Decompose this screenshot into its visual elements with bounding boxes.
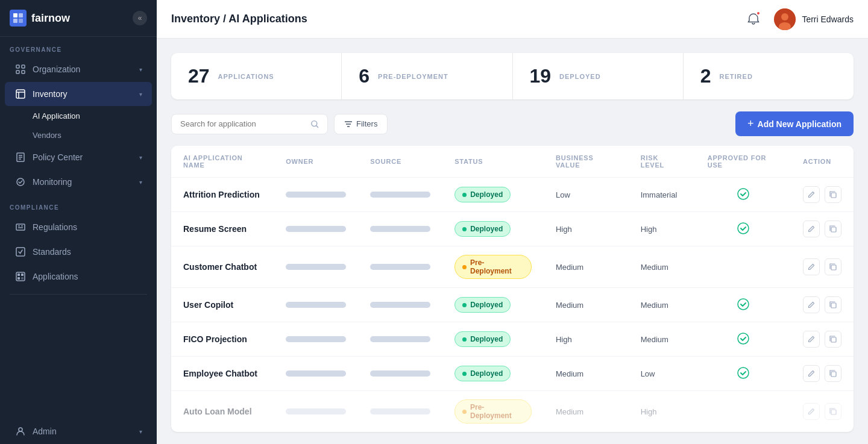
status-label: Pre-Deployment [470, 403, 524, 420]
cell-owner [274, 391, 358, 433]
copy-button[interactable] [825, 331, 841, 348]
edit-button[interactable] [803, 220, 820, 237]
edit-button[interactable] [803, 331, 820, 348]
sidebar-subitem-ai-application[interactable]: AI Application [5, 107, 152, 125]
edit-button[interactable] [803, 296, 820, 313]
sidebar-toggle[interactable]: « [133, 11, 147, 25]
sidebar-subitem-vendors[interactable]: Vendors [5, 126, 152, 145]
cell-app-name: Attrition Prediction [171, 178, 274, 212]
copy-button[interactable] [825, 220, 841, 237]
svg-rect-21 [16, 272, 25, 281]
svg-rect-3 [19, 19, 23, 23]
admin-label: Admin [33, 427, 139, 436]
svg-point-28 [781, 13, 788, 20]
sidebar-item-regulations[interactable]: Regulations [5, 215, 152, 239]
table-row[interactable]: Resume Screen Deployed High High [171, 212, 854, 246]
search-input[interactable] [180, 119, 306, 128]
svg-point-42 [738, 333, 749, 344]
cell-status: Deployed [442, 178, 544, 212]
vendors-label: Vendors [33, 131, 61, 140]
source-placeholder [370, 192, 430, 198]
status-label: Deployed [470, 369, 503, 378]
cell-source [358, 391, 442, 433]
owner-placeholder [286, 264, 346, 270]
main-content: Inventory / AI Applications Terri Edward… [157, 0, 868, 444]
col-header-name: AI APPLICATION NAME [171, 146, 274, 178]
col-header-approved: APPROVED FOR USE [696, 146, 791, 178]
sidebar-item-inventory[interactable]: Inventory ▾ [5, 82, 152, 106]
user-info[interactable]: Terri Edwards [774, 8, 854, 30]
cell-app-name: Resume Screen [171, 212, 274, 246]
notification-button[interactable] [743, 8, 764, 30]
cell-app-name: Employee Chatbot [171, 357, 274, 391]
sidebar-item-monitoring[interactable]: Monitoring ▾ [5, 170, 152, 194]
search-box[interactable] [171, 114, 328, 134]
cell-risk-level: Medium [629, 246, 696, 288]
cell-approved [696, 288, 791, 322]
svg-rect-20 [16, 248, 25, 256]
cell-action [791, 178, 854, 212]
status-badge: Deployed [454, 221, 511, 237]
inventory-chevron: ▾ [139, 91, 142, 98]
copy-button[interactable] [825, 403, 841, 420]
owner-placeholder [286, 226, 346, 232]
table-row[interactable]: FICO Projection Deployed High Medium [171, 322, 854, 357]
cell-risk-level: High [629, 212, 696, 246]
cell-source [358, 357, 442, 391]
sidebar-item-organization[interactable]: Organization ▾ [5, 57, 152, 81]
stat-number-applications: 27 [188, 65, 210, 87]
add-new-application-button[interactable]: + Add New Application [735, 111, 854, 136]
table-row[interactable]: Employee Chatbot Deployed Medium Low [171, 357, 854, 391]
svg-rect-0 [13, 13, 17, 17]
approved-check-icon [737, 222, 749, 234]
copy-button[interactable] [825, 186, 841, 203]
edit-button[interactable] [803, 365, 820, 382]
monitoring-icon [14, 176, 27, 188]
policy-center-chevron: ▾ [139, 154, 142, 161]
cell-status: Deployed [442, 288, 544, 322]
sidebar-item-admin[interactable]: Admin ▾ [5, 419, 152, 443]
copy-button[interactable] [825, 365, 841, 382]
search-icon [310, 119, 319, 129]
cell-source [358, 246, 442, 288]
sidebar-item-policy-center[interactable]: Policy Center ▾ [5, 145, 152, 169]
table-row[interactable]: User Copilot Deployed Medium Medium [171, 288, 854, 322]
action-icons [803, 220, 841, 237]
edit-button[interactable] [803, 258, 820, 275]
sidebar-item-standards[interactable]: Standards [5, 240, 152, 264]
edit-button[interactable] [803, 186, 820, 203]
owner-placeholder [286, 192, 346, 198]
content-area: 27 APPLICATIONS 6 PRE-DEPLOYMENT 19 DEPL… [157, 39, 868, 444]
svg-rect-38 [831, 227, 836, 232]
svg-rect-7 [22, 70, 25, 73]
copy-button[interactable] [825, 258, 841, 275]
action-icons [803, 331, 841, 348]
organization-icon [14, 63, 27, 75]
sidebar: fairnow « GOVERNANCE Organization ▾ Inve… [0, 0, 157, 444]
cell-owner [274, 178, 358, 212]
logo[interactable]: fairnow [10, 10, 70, 27]
stat-card-deployed: 19 DEPLOYED [513, 53, 684, 99]
approved-check-icon [737, 188, 749, 200]
cell-owner [274, 322, 358, 357]
filter-button[interactable]: Filters [334, 114, 388, 134]
copy-button[interactable] [825, 296, 841, 313]
col-header-source: SOURCE [358, 146, 442, 178]
source-placeholder [370, 371, 430, 377]
table-row[interactable]: Attrition Prediction Deployed Low Immate… [171, 178, 854, 212]
monitoring-label: Monitoring [33, 177, 139, 187]
edit-button[interactable] [803, 403, 820, 420]
governance-section: GOVERNANCE Organization ▾ Inventory ▾ AI… [0, 37, 157, 195]
inventory-icon [14, 88, 27, 100]
table-row[interactable]: Auto Loan Model Pre-Deployment Medium Hi… [171, 391, 854, 433]
standards-icon [14, 246, 27, 258]
status-dot [462, 303, 467, 307]
stat-label-pre-deployment: PRE-DEPLOYMENT [378, 73, 448, 80]
svg-rect-6 [16, 70, 19, 73]
table-row[interactable]: Customer Chatbot Pre-Deployment Medium M… [171, 246, 854, 288]
owner-placeholder [286, 302, 346, 308]
status-dot [462, 372, 467, 376]
svg-rect-5 [22, 65, 25, 68]
cell-source [358, 178, 442, 212]
sidebar-item-applications[interactable]: Applications [5, 264, 152, 289]
